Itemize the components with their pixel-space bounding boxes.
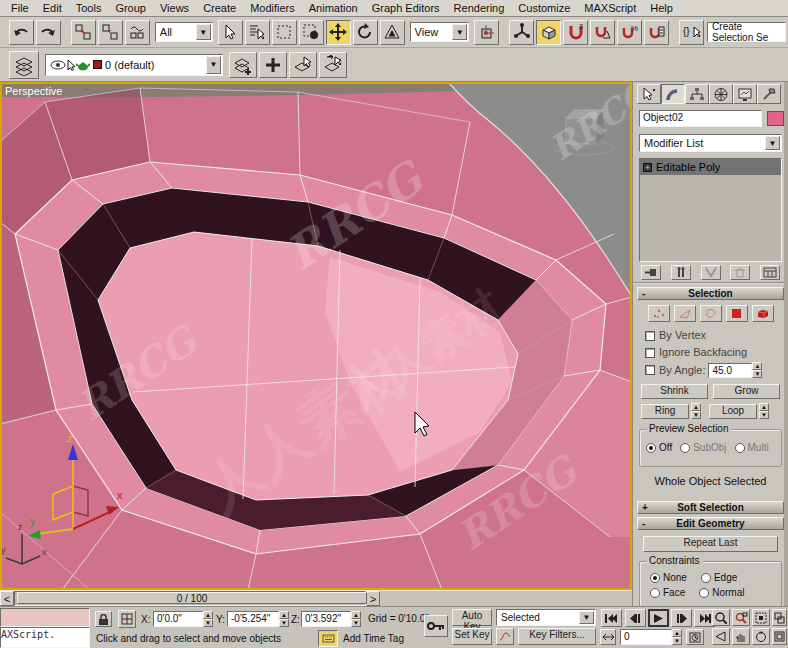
subobject-polygon-button[interactable] bbox=[726, 305, 748, 322]
pin-stack-button[interactable] bbox=[641, 265, 661, 280]
by-angle-spinner[interactable]: ▲▼ bbox=[752, 362, 762, 378]
stack-expand-icon[interactable]: + bbox=[643, 163, 652, 172]
set-key-button[interactable]: Set Key bbox=[452, 628, 492, 645]
go-to-start-button[interactable] bbox=[601, 609, 622, 627]
expand-icon[interactable]: + bbox=[642, 502, 648, 513]
percent-snap-button[interactable]: % bbox=[617, 20, 642, 45]
dropdown-arrow-icon[interactable]: ▼ bbox=[579, 611, 594, 624]
layer-dropdown[interactable]: 0 (default) ▼ bbox=[45, 54, 223, 76]
zoom-extents-button[interactable] bbox=[752, 609, 770, 626]
angle-snap-button[interactable] bbox=[590, 20, 615, 45]
coord-system-dropdown[interactable]: View▼ bbox=[410, 22, 470, 42]
dropdown-arrow-icon[interactable]: ▼ bbox=[196, 24, 211, 40]
menu-file[interactable]: File bbox=[4, 1, 36, 15]
rollout-soft-selection[interactable]: +Soft Selection bbox=[637, 501, 784, 514]
panel-scrollbar[interactable] bbox=[784, 82, 788, 606]
select-object-button[interactable] bbox=[218, 20, 243, 45]
edit-named-selections-button[interactable]: {} bbox=[679, 20, 704, 45]
loop-button[interactable]: Loop bbox=[709, 404, 757, 419]
select-link-button[interactable] bbox=[71, 20, 96, 45]
z-coordinate-field[interactable]: 0'3.592" bbox=[301, 611, 351, 627]
grow-button[interactable]: Grow bbox=[713, 384, 780, 399]
maximize-viewport-button[interactable] bbox=[772, 628, 787, 645]
snap-3d-button[interactable]: 3 bbox=[563, 20, 588, 45]
remove-modifier-button[interactable] bbox=[730, 265, 750, 280]
frame-spinner[interactable]: ▲▼ bbox=[672, 629, 682, 645]
configure-modifier-sets-button[interactable] bbox=[760, 265, 780, 280]
modifier-stack[interactable]: + Editable Poly bbox=[639, 158, 782, 262]
preview-multi-radio[interactable]: Multi bbox=[735, 442, 769, 453]
macro-recorder-line[interactable] bbox=[0, 608, 90, 627]
rollout-selection[interactable]: -Selection bbox=[637, 287, 784, 300]
arc-rotate-button[interactable] bbox=[752, 628, 770, 645]
dropdown-arrow-icon[interactable]: ▼ bbox=[452, 24, 467, 40]
dropdown-arrow-icon[interactable]: ▼ bbox=[206, 56, 221, 74]
key-filters-button[interactable]: Key Filters... bbox=[518, 628, 596, 645]
menu-create[interactable]: Create bbox=[196, 1, 243, 15]
z-spinner[interactable]: ▲▼ bbox=[351, 611, 361, 627]
set-keys-button[interactable] bbox=[424, 615, 448, 637]
time-prev-button[interactable]: < bbox=[0, 591, 14, 606]
time-slider-track[interactable]: 0 / 100 bbox=[14, 591, 366, 606]
constraint-none-radio[interactable]: None bbox=[650, 572, 687, 583]
key-mode-toggle-button[interactable] bbox=[600, 629, 616, 645]
by-angle-row[interactable]: By Angle: 45.0 ▲▼ bbox=[645, 362, 788, 378]
redo-button[interactable] bbox=[36, 20, 61, 45]
absolute-mode-button[interactable] bbox=[118, 610, 136, 628]
auto-key-button[interactable]: Auto Key bbox=[452, 609, 492, 626]
constraint-edge-radio[interactable]: Edge bbox=[701, 572, 737, 583]
select-move-button[interactable] bbox=[326, 20, 351, 45]
select-manipulate-button[interactable] bbox=[509, 20, 534, 45]
field-of-view-button[interactable] bbox=[712, 628, 730, 645]
show-end-result-button[interactable] bbox=[671, 265, 691, 280]
constraint-face-radio[interactable]: Face bbox=[650, 587, 685, 598]
preview-subobj-radio[interactable]: SubObj bbox=[680, 442, 726, 453]
window-crossing-button[interactable] bbox=[299, 20, 324, 45]
bind-spacewarp-button[interactable] bbox=[125, 20, 150, 45]
tab-display[interactable] bbox=[733, 84, 757, 104]
by-angle-field[interactable]: 45.0 bbox=[708, 363, 752, 378]
set-current-layer-button[interactable] bbox=[319, 52, 347, 78]
object-color-swatch[interactable] bbox=[767, 111, 784, 126]
use-pivot-center-button[interactable] bbox=[474, 20, 499, 45]
loop-spinner[interactable]: ▲▼ bbox=[759, 403, 769, 419]
menu-rendering[interactable]: Rendering bbox=[447, 1, 512, 15]
by-angle-checkbox[interactable] bbox=[645, 365, 655, 375]
spinner-snap-button[interactable] bbox=[644, 20, 669, 45]
time-next-button[interactable]: > bbox=[366, 591, 380, 606]
menu-maxscript[interactable]: MAXScript bbox=[577, 1, 643, 15]
subobject-element-button[interactable] bbox=[752, 305, 774, 322]
viewport-label[interactable]: Perspective bbox=[5, 85, 62, 97]
next-frame-button[interactable] bbox=[671, 609, 692, 627]
tab-create[interactable] bbox=[637, 84, 661, 104]
menu-views[interactable]: Views bbox=[153, 1, 196, 15]
selection-lock-button[interactable] bbox=[95, 611, 112, 627]
zoom-all-button[interactable] bbox=[732, 609, 750, 626]
shrink-button[interactable]: Shrink bbox=[641, 384, 708, 399]
current-frame-field[interactable]: 0 bbox=[620, 629, 672, 645]
collapse-icon[interactable]: - bbox=[642, 288, 645, 299]
constraint-normal-radio[interactable]: Normal bbox=[699, 587, 744, 598]
tab-utilities[interactable] bbox=[757, 84, 781, 104]
time-slider-thumb[interactable]: 0 / 100 bbox=[17, 592, 367, 604]
maxscript-listener-line[interactable]: AXScript. bbox=[0, 627, 90, 648]
y-coordinate-field[interactable]: -0'5.254" bbox=[227, 611, 279, 627]
subobject-vertex-button[interactable] bbox=[648, 305, 670, 322]
rollout-edit-geometry[interactable]: -Edit Geometry bbox=[637, 517, 784, 530]
make-unique-button[interactable] bbox=[701, 265, 721, 280]
menu-modifiers[interactable]: Modifiers bbox=[243, 1, 302, 15]
zoom-extents-all-button[interactable] bbox=[772, 609, 787, 626]
unlink-button[interactable] bbox=[98, 20, 123, 45]
keyboard-override-button[interactable] bbox=[318, 630, 338, 647]
pan-button[interactable] bbox=[732, 628, 750, 645]
ring-button[interactable]: Ring bbox=[641, 404, 689, 419]
subobject-border-button[interactable] bbox=[700, 305, 722, 322]
key-mode-dropdown[interactable]: Selected ▼ bbox=[496, 609, 596, 626]
ignore-backfacing-row[interactable]: Ignore Backfacing bbox=[645, 346, 788, 358]
play-button[interactable] bbox=[648, 609, 669, 627]
select-by-name-button[interactable] bbox=[245, 20, 270, 45]
menu-tools[interactable]: Tools bbox=[69, 1, 109, 15]
tab-motion[interactable] bbox=[709, 84, 733, 104]
add-to-layer-button[interactable] bbox=[259, 52, 287, 78]
prev-frame-button[interactable] bbox=[625, 609, 646, 627]
